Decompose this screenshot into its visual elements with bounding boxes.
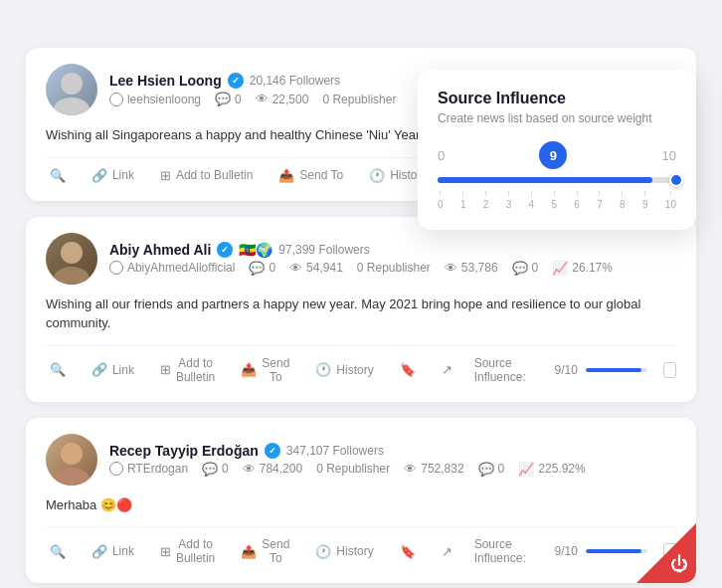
add-bulletin-btn-2[interactable]: ⊞ Add to Bulletin xyxy=(156,354,219,386)
source-influence-popup: Source Influence Create news list based … xyxy=(418,70,696,230)
verified-icon-1: ✓ xyxy=(228,73,244,89)
stat-reactions-3: 👁 752,832 xyxy=(404,462,463,477)
add-bulletin-btn-1[interactable]: ⊞ Add to Bulletin xyxy=(156,166,257,185)
link-btn-1[interactable]: 🔗 Link xyxy=(88,166,138,185)
avatar-3 xyxy=(46,434,97,486)
stat-republisher-1: 0 Republisher xyxy=(322,93,396,106)
slider-track[interactable] xyxy=(438,177,676,183)
user-info-2: Abiy Ahmed Ali ✓ 🇪🇹🌍 97,399 Followers Ab… xyxy=(109,242,613,276)
svg-point-0 xyxy=(61,73,83,95)
red-badge: ⏻ xyxy=(636,523,696,583)
stat-reactions-2: 👁 53,786 xyxy=(445,261,498,276)
handle-circle-icon-3 xyxy=(109,462,123,476)
user-name-row-1: Lee Hsien Loong ✓ 20,146 Followers xyxy=(109,73,397,89)
handle-2: AbiyAhmedAliofficial xyxy=(109,261,236,275)
main-container: Source Influence Create news list based … xyxy=(6,20,716,588)
post-card-2: Abiy Ahmed Ali ✓ 🇪🇹🌍 97,399 Followers Ab… xyxy=(26,217,696,402)
card-3-header: Recep Tayyip Erdoğan ✓ 347,107 Followers… xyxy=(46,434,676,486)
actions-3: 🔍 🔗 Link ⊞ Add to Bulletin 📤 Send To 🕐 H… xyxy=(46,526,676,567)
svg-point-4 xyxy=(61,443,83,465)
search-btn-2[interactable]: 🔍 xyxy=(46,360,70,379)
emoji-flags-2: 🇪🇹🌍 xyxy=(239,242,272,258)
search-btn-3[interactable]: 🔍 xyxy=(46,542,70,561)
slider-fill xyxy=(438,177,652,183)
tick-0: 0 xyxy=(438,191,444,210)
user-handle-row-3: RTErdogan 💬 0 👁 784,200 0 Republisher xyxy=(109,462,586,477)
handle-1: leehsienloong xyxy=(109,93,201,106)
stat-republisher-2: 0 Republisher xyxy=(357,261,431,275)
stat-growth-3: 📈 225.92% xyxy=(518,462,585,477)
slider-labels-top: 0 9 10 xyxy=(438,141,676,169)
tick-1: 1 xyxy=(460,191,466,210)
link-btn-2[interactable]: 🔗 Link xyxy=(88,360,138,379)
add-bulletin-btn-3[interactable]: ⊞ Add to Bulletin xyxy=(156,535,219,567)
avatar-1 xyxy=(46,64,97,115)
user-name-row-2: Abiy Ahmed Ali ✓ 🇪🇹🌍 97,399 Followers xyxy=(109,242,613,258)
source-influence-label-3: Source Influence: xyxy=(474,537,547,565)
send-to-btn-2[interactable]: 📤 Send To xyxy=(237,354,293,386)
slider-ticks: 0 1 2 3 4 5 6 7 8 9 10 xyxy=(438,191,676,210)
share-btn-3[interactable]: ↗ xyxy=(438,542,456,561)
bookmark-btn-2[interactable]: 🔖 xyxy=(396,360,420,379)
followers-2: 97,399 Followers xyxy=(278,243,369,257)
user-name-1: Lee Hsien Loong xyxy=(109,73,222,89)
send-to-btn-1[interactable]: 📤 Send To xyxy=(274,166,347,185)
post-text-3: Merhaba 😊🔴 xyxy=(46,495,676,515)
stat-views-3: 👁 784,200 xyxy=(243,462,302,477)
link-btn-3[interactable]: 🔗 Link xyxy=(88,542,138,561)
post-text-2: Wishing all our friends and partners a h… xyxy=(46,294,676,333)
bookmark-btn-3[interactable]: 🔖 xyxy=(396,542,420,561)
followers-1: 20,146 Followers xyxy=(250,74,340,88)
power-icon: ⏻ xyxy=(670,554,688,575)
influence-bar-fill-2 xyxy=(586,368,641,372)
share-btn-2[interactable]: ↗ xyxy=(438,360,456,379)
user-info-1: Lee Hsien Loong ✓ 20,146 Followers leehs… xyxy=(109,73,397,106)
verified-icon-3: ✓ xyxy=(265,443,280,459)
source-influence-label-2: Source Influence: xyxy=(474,356,547,384)
slider-label-0: 0 xyxy=(438,148,445,163)
svg-point-1 xyxy=(54,98,90,115)
source-influence-value-3: 9/10 xyxy=(554,544,577,558)
user-handle-row-1: leehsienloong 💬 0 👁 22,500 0 Republisher xyxy=(109,92,397,106)
actions-2: 🔍 🔗 Link ⊞ Add to Bulletin 📤 Send To 🕐 H… xyxy=(46,345,676,386)
user-name-row-3: Recep Tayyip Erdoğan ✓ 347,107 Followers xyxy=(109,443,586,459)
handle-3: RTErdogan xyxy=(109,462,188,476)
svg-point-5 xyxy=(54,468,90,486)
search-btn-1[interactable]: 🔍 xyxy=(46,166,70,185)
stat-views-2: 👁 54,941 xyxy=(289,261,343,276)
user-handle-row-2: AbiyAhmedAliofficial 💬 0 👁 54,941 0 Repu… xyxy=(109,261,613,276)
popup-title: Source Influence xyxy=(438,90,676,107)
popup-subtitle: Create news list based on source weight xyxy=(438,111,676,125)
avatar-2 xyxy=(46,233,97,285)
history-btn-3[interactable]: 🕐 History xyxy=(311,542,377,561)
tick-8: 8 xyxy=(620,191,626,210)
slider-label-value: 9 xyxy=(539,141,567,169)
tick-9: 9 xyxy=(642,191,648,210)
tick-4: 4 xyxy=(529,191,535,210)
source-influence-value-2: 9/10 xyxy=(554,363,577,377)
influence-checkbox-2[interactable] xyxy=(663,362,676,378)
user-info-3: Recep Tayyip Erdoğan ✓ 347,107 Followers… xyxy=(109,443,586,477)
tick-2: 2 xyxy=(483,191,489,210)
stat-republisher-3: 0 Republisher xyxy=(316,462,390,476)
source-influence-inline-2: Source Influence: 9/10 xyxy=(474,356,676,384)
svg-point-2 xyxy=(61,242,83,264)
slider-thumb[interactable] xyxy=(669,173,683,187)
stat-comment-3: 💬 0 xyxy=(202,462,229,477)
followers-3: 347,107 Followers xyxy=(286,444,384,458)
stat-growth-2: 📈 26.17% xyxy=(552,261,613,276)
verified-icon-2: ✓ xyxy=(217,242,233,258)
tick-6: 6 xyxy=(574,191,580,210)
tick-10: 10 xyxy=(665,191,676,210)
handle-circle-icon-2 xyxy=(109,261,123,275)
history-btn-2[interactable]: 🕐 History xyxy=(311,360,377,379)
svg-point-3 xyxy=(54,267,90,285)
post-card-3: Recep Tayyip Erdoğan ✓ 347,107 Followers… xyxy=(26,418,696,584)
stat-replies-3: 💬 0 xyxy=(478,462,505,477)
stat-comment-1: 💬 0 xyxy=(215,92,242,106)
slider-label-max: 10 xyxy=(662,148,676,163)
send-to-btn-3[interactable]: 📤 Send To xyxy=(237,535,293,567)
tick-5: 5 xyxy=(551,191,557,210)
tick-3: 3 xyxy=(506,191,512,210)
influence-bar-fill-3 xyxy=(586,549,641,553)
